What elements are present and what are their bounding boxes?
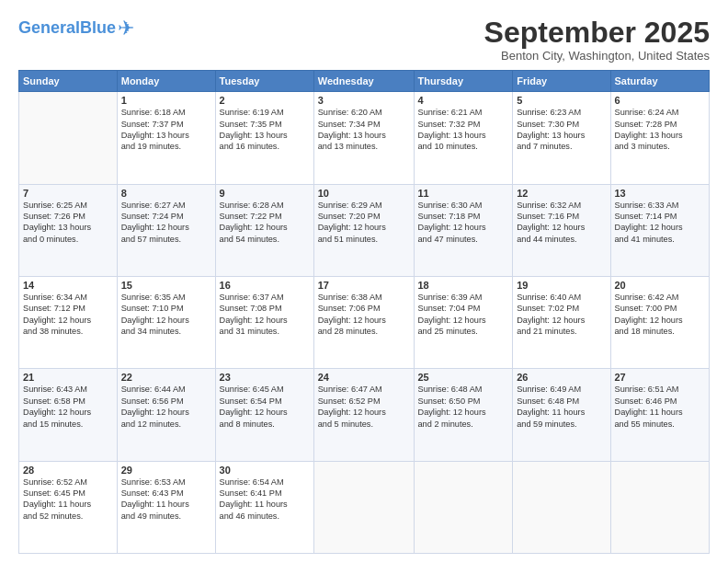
day-number: 25 (418, 372, 509, 383)
day-number: 22 (121, 372, 211, 383)
month-title: September 2025 (484, 17, 710, 49)
table-row: 25Sunrise: 6:48 AMSunset: 6:50 PMDayligh… (414, 369, 513, 461)
day-number: 5 (517, 95, 606, 106)
calendar-header-row: Sunday Monday Tuesday Wednesday Thursday… (19, 71, 710, 92)
header-thursday: Thursday (414, 71, 513, 92)
day-number: 6 (615, 95, 706, 106)
logo-text: GeneralBlue (18, 19, 116, 38)
table-row: 1Sunrise: 6:18 AMSunset: 7:37 PMDaylight… (117, 92, 215, 184)
day-number: 13 (615, 188, 706, 199)
day-number: 20 (615, 280, 706, 291)
table-row: 12Sunrise: 6:32 AMSunset: 7:16 PMDayligh… (513, 184, 610, 276)
calendar-table: Sunday Monday Tuesday Wednesday Thursday… (18, 70, 710, 554)
day-number: 12 (517, 188, 606, 199)
day-detail: Sunrise: 6:48 AMSunset: 6:50 PMDaylight:… (418, 384, 509, 430)
day-number: 19 (517, 280, 606, 291)
day-detail: Sunrise: 6:24 AMSunset: 7:28 PMDaylight:… (615, 107, 706, 153)
header-saturday: Saturday (610, 71, 710, 92)
day-detail: Sunrise: 6:45 AMSunset: 6:54 PMDaylight:… (220, 384, 310, 430)
calendar-week-5: 28Sunrise: 6:52 AMSunset: 6:45 PMDayligh… (19, 461, 710, 553)
day-detail: Sunrise: 6:27 AMSunset: 7:24 PMDaylight:… (121, 200, 211, 246)
day-number: 16 (220, 280, 310, 291)
table-row: 5Sunrise: 6:23 AMSunset: 7:30 PMDaylight… (513, 92, 610, 184)
day-number: 17 (318, 280, 410, 291)
logo-blue: Blue (80, 18, 116, 37)
table-row: 19Sunrise: 6:40 AMSunset: 7:02 PMDayligh… (513, 276, 610, 368)
day-number: 14 (23, 280, 113, 291)
table-row: 17Sunrise: 6:38 AMSunset: 7:06 PMDayligh… (313, 276, 414, 368)
day-number: 30 (220, 465, 310, 476)
table-row: 15Sunrise: 6:35 AMSunset: 7:10 PMDayligh… (117, 276, 215, 368)
day-detail: Sunrise: 6:29 AMSunset: 7:20 PMDaylight:… (318, 200, 410, 246)
day-detail: Sunrise: 6:30 AMSunset: 7:18 PMDaylight:… (418, 200, 509, 246)
day-detail: Sunrise: 6:34 AMSunset: 7:12 PMDaylight:… (23, 292, 113, 338)
day-number: 10 (318, 188, 410, 199)
day-number: 1 (121, 95, 211, 106)
day-number: 21 (23, 372, 113, 383)
table-row: 23Sunrise: 6:45 AMSunset: 6:54 PMDayligh… (215, 369, 313, 461)
day-number: 8 (121, 188, 211, 199)
day-number: 24 (318, 372, 410, 383)
table-row: 20Sunrise: 6:42 AMSunset: 7:00 PMDayligh… (610, 276, 710, 368)
header-sunday: Sunday (19, 71, 118, 92)
day-number: 3 (318, 95, 410, 106)
page-header: GeneralBlue ✈ September 2025 Benton City… (18, 17, 710, 63)
day-number: 18 (418, 280, 509, 291)
table-row: 21Sunrise: 6:43 AMSunset: 6:58 PMDayligh… (19, 369, 118, 461)
table-row: 7Sunrise: 6:25 AMSunset: 7:26 PMDaylight… (19, 184, 118, 276)
day-detail: Sunrise: 6:40 AMSunset: 7:02 PMDaylight:… (517, 292, 606, 338)
day-detail: Sunrise: 6:32 AMSunset: 7:16 PMDaylight:… (517, 200, 606, 246)
day-detail: Sunrise: 6:20 AMSunset: 7:34 PMDaylight:… (318, 107, 410, 153)
day-number: 9 (220, 188, 310, 199)
table-row: 10Sunrise: 6:29 AMSunset: 7:20 PMDayligh… (313, 184, 414, 276)
day-detail: Sunrise: 6:51 AMSunset: 6:46 PMDaylight:… (615, 384, 706, 430)
table-row: 14Sunrise: 6:34 AMSunset: 7:12 PMDayligh… (19, 276, 118, 368)
table-row: 18Sunrise: 6:39 AMSunset: 7:04 PMDayligh… (414, 276, 513, 368)
day-number: 27 (615, 372, 706, 383)
table-row: 26Sunrise: 6:49 AMSunset: 6:48 PMDayligh… (513, 369, 610, 461)
day-detail: Sunrise: 6:44 AMSunset: 6:56 PMDaylight:… (121, 384, 211, 430)
table-row: 8Sunrise: 6:27 AMSunset: 7:24 PMDaylight… (117, 184, 215, 276)
calendar-week-4: 21Sunrise: 6:43 AMSunset: 6:58 PMDayligh… (19, 369, 710, 461)
day-number: 15 (121, 280, 211, 291)
day-number: 2 (220, 95, 310, 106)
logo: GeneralBlue ✈ (18, 17, 134, 40)
day-detail: Sunrise: 6:21 AMSunset: 7:32 PMDaylight:… (418, 107, 509, 153)
table-row: 30Sunrise: 6:54 AMSunset: 6:41 PMDayligh… (215, 461, 313, 553)
table-row (313, 461, 414, 553)
calendar-week-2: 7Sunrise: 6:25 AMSunset: 7:26 PMDaylight… (19, 184, 710, 276)
day-number: 29 (121, 465, 211, 476)
title-block: September 2025 Benton City, Washington, … (484, 17, 710, 63)
table-row: 2Sunrise: 6:19 AMSunset: 7:35 PMDaylight… (215, 92, 313, 184)
table-row (610, 461, 710, 553)
day-detail: Sunrise: 6:25 AMSunset: 7:26 PMDaylight:… (23, 200, 113, 246)
table-row: 11Sunrise: 6:30 AMSunset: 7:18 PMDayligh… (414, 184, 513, 276)
day-detail: Sunrise: 6:39 AMSunset: 7:04 PMDaylight:… (418, 292, 509, 338)
calendar-page: GeneralBlue ✈ September 2025 Benton City… (0, 0, 728, 563)
day-detail: Sunrise: 6:54 AMSunset: 6:41 PMDaylight:… (220, 477, 310, 523)
logo-general: General (18, 18, 80, 37)
day-detail: Sunrise: 6:38 AMSunset: 7:06 PMDaylight:… (318, 292, 410, 338)
table-row: 3Sunrise: 6:20 AMSunset: 7:34 PMDaylight… (313, 92, 414, 184)
day-detail: Sunrise: 6:49 AMSunset: 6:48 PMDaylight:… (517, 384, 606, 430)
day-detail: Sunrise: 6:52 AMSunset: 6:45 PMDaylight:… (23, 477, 113, 523)
table-row: 29Sunrise: 6:53 AMSunset: 6:43 PMDayligh… (117, 461, 215, 553)
header-monday: Monday (117, 71, 215, 92)
header-friday: Friday (513, 71, 610, 92)
table-row: 6Sunrise: 6:24 AMSunset: 7:28 PMDaylight… (610, 92, 710, 184)
day-detail: Sunrise: 6:43 AMSunset: 6:58 PMDaylight:… (23, 384, 113, 430)
day-number: 11 (418, 188, 509, 199)
table-row: 13Sunrise: 6:33 AMSunset: 7:14 PMDayligh… (610, 184, 710, 276)
table-row: 28Sunrise: 6:52 AMSunset: 6:45 PMDayligh… (19, 461, 118, 553)
day-detail: Sunrise: 6:37 AMSunset: 7:08 PMDaylight:… (220, 292, 310, 338)
day-detail: Sunrise: 6:42 AMSunset: 7:00 PMDaylight:… (615, 292, 706, 338)
table-row: 16Sunrise: 6:37 AMSunset: 7:08 PMDayligh… (215, 276, 313, 368)
table-row: 27Sunrise: 6:51 AMSunset: 6:46 PMDayligh… (610, 369, 710, 461)
header-tuesday: Tuesday (215, 71, 313, 92)
table-row: 24Sunrise: 6:47 AMSunset: 6:52 PMDayligh… (313, 369, 414, 461)
day-detail: Sunrise: 6:28 AMSunset: 7:22 PMDaylight:… (220, 200, 310, 246)
day-number: 28 (23, 465, 113, 476)
day-detail: Sunrise: 6:53 AMSunset: 6:43 PMDaylight:… (121, 477, 211, 523)
day-number: 23 (220, 372, 310, 383)
day-number: 4 (418, 95, 509, 106)
